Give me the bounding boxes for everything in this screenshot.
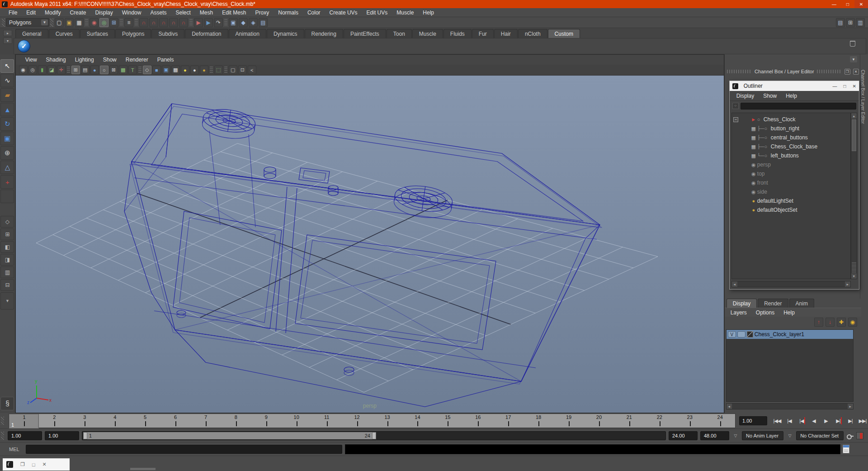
close-panel-icon[interactable]: ✕ [853, 69, 859, 75]
camera-attributes-icon[interactable]: ◎ [28, 66, 37, 74]
anim-layer-dropdown[interactable]: No Anim Layer [742, 431, 783, 440]
timeline-frame-9[interactable]: 9 [251, 414, 281, 428]
menu-edit-uvs[interactable]: Edit UVs [363, 9, 392, 17]
scale-tool[interactable]: ▣ [0, 132, 14, 145]
timeline-frame-17[interactable]: 17 [493, 414, 524, 428]
shelf-tab-general[interactable]: General [15, 29, 48, 38]
animation-preferences-icon[interactable] [856, 432, 863, 439]
menu-help[interactable]: Help [419, 9, 438, 17]
layer-tab-display[interactable]: Display [726, 299, 757, 308]
universal-manipulator-tool[interactable]: ⊕ [0, 146, 14, 160]
highlight-selection-icon[interactable]: ≡ [124, 18, 133, 27]
safe-title-icon[interactable]: T [128, 66, 137, 74]
timeline-frame-16[interactable]: 16 [463, 414, 493, 428]
bookmark-icon[interactable]: ▮ [38, 66, 47, 74]
menu-select[interactable]: Select [171, 9, 194, 17]
safe-action-icon[interactable]: ▩ [119, 66, 127, 74]
xray-joints-icon[interactable]: ⊡ [238, 66, 247, 74]
open-scene-icon[interactable]: ▣ [65, 18, 74, 27]
timeline-frame-11[interactable]: 11 [311, 414, 342, 428]
outliner-maximize-button[interactable]: □ [843, 84, 846, 89]
animation-start-field[interactable]: 1.00 [8, 431, 42, 440]
menu-edit[interactable]: Edit [22, 9, 40, 17]
menu-edit-mesh[interactable]: Edit Mesh [218, 9, 250, 17]
custom-toolbox-icon[interactable]: § [0, 397, 14, 410]
shared-node-icon[interactable]: < [248, 66, 256, 74]
outliner-close-button[interactable]: ✕ [852, 84, 856, 89]
select-by-object-icon[interactable]: ◎ [99, 18, 108, 27]
snap-to-curve-icon[interactable]: ∩ [149, 18, 158, 27]
checker-material-icon[interactable]: ▩ [171, 66, 180, 74]
scroll-right-icon[interactable]: ► [848, 404, 853, 409]
lighting-selected-icon[interactable]: ● [200, 66, 208, 74]
layer-name[interactable]: Chess_Clock_layer1 [755, 331, 804, 338]
layout-shortcut-dropdown[interactable]: ▼ [0, 292, 14, 309]
timeline-frame-22[interactable]: 22 [644, 414, 675, 428]
close-button[interactable]: ✕ [854, 0, 868, 8]
outliner-item-top[interactable]: top [757, 171, 765, 177]
textured-icon[interactable]: ▣ [162, 66, 170, 74]
grid-toggle-icon[interactable]: ⊞ [71, 66, 80, 74]
shelf-tab-ncloth[interactable]: nCloth [518, 29, 547, 38]
go-to-end-button[interactable]: ▶▶| [857, 416, 868, 426]
shelf-tab-painteffects[interactable]: PaintEffects [344, 29, 386, 38]
move-layer-up-icon[interactable]: ↑ [814, 318, 823, 327]
menu-modify[interactable]: Modify [41, 9, 65, 17]
timeline-frame-3[interactable]: 3 [70, 414, 100, 428]
shelf-tab-deformation[interactable]: Deformation [185, 29, 228, 38]
range-slider-grip[interactable] [1, 432, 4, 440]
lasso-select-tool[interactable]: ∿ [0, 74, 14, 87]
outliner-title-bar[interactable]: Outliner — □ ✕ [730, 81, 859, 91]
outliner-item-persp[interactable]: persp [757, 162, 771, 168]
select-by-hierarchy-icon[interactable]: ◉ [90, 18, 99, 27]
command-results-field[interactable] [345, 444, 840, 454]
smooth-shade-icon[interactable]: ■ [152, 66, 161, 74]
shelf-tab-custom[interactable]: Custom [548, 29, 580, 38]
input-connections-icon[interactable]: ▶ [194, 18, 203, 27]
scroll-up-icon[interactable]: ▲ [851, 113, 857, 119]
snap-to-plane-icon[interactable]: ∩ [169, 18, 178, 27]
output-connections-icon[interactable]: ▶ [204, 18, 213, 27]
menu-create-uvs[interactable]: Create UVs [326, 9, 362, 17]
rotate-tool[interactable]: ↻ [0, 117, 14, 131]
open-render-view-icon[interactable]: ▣ [229, 18, 238, 27]
step-forward-frame-button[interactable]: ▶| [833, 416, 844, 426]
timeline-frame-21[interactable]: 21 [614, 414, 644, 428]
outliner-item-side[interactable]: side [757, 189, 767, 195]
menu-normals[interactable]: Normals [274, 9, 302, 17]
timeline-frame-15[interactable]: 15 [433, 414, 463, 428]
timeline-frame-12[interactable]: 12 [342, 414, 372, 428]
menu-muscle[interactable]: Muscle [392, 9, 418, 17]
shelf-tab-muscle[interactable]: Muscle [412, 29, 443, 38]
layer-tab-anim[interactable]: Anim [789, 299, 814, 308]
trash-icon[interactable] [850, 41, 855, 47]
outliner-horizontal-scrollbar[interactable]: ◄ ► [731, 281, 851, 287]
outliner-item-chess-clock[interactable]: Chess_Clock [764, 116, 796, 123]
timeline-frame-23[interactable]: 23 [675, 414, 705, 428]
channel-box-toggle-icon[interactable]: ▥ [856, 18, 865, 27]
tool-settings-toggle-icon[interactable]: ⊞ [846, 18, 855, 27]
close-icon[interactable]: ✕ [42, 461, 47, 467]
attribute-editor-toggle-icon[interactable]: ▤ [836, 18, 845, 27]
timeline-frame-5[interactable]: 5 [130, 414, 160, 428]
chevron-down-icon[interactable]: ▽ [732, 432, 739, 439]
time-slider-grip[interactable] [1, 417, 4, 425]
shelf-tab-fur[interactable]: Fur [472, 29, 494, 38]
timeline-frame-14[interactable]: 14 [402, 414, 433, 428]
menu-color[interactable]: Color [303, 9, 325, 17]
shelf-tab-dynamics[interactable]: Dynamics [267, 29, 304, 38]
shelf-tab-toon[interactable]: Toon [387, 29, 412, 38]
range-slider-thumb[interactable]: 1 24 [83, 432, 376, 439]
mel-label[interactable]: MEL [9, 447, 19, 452]
shelf-tab-selector-button[interactable]: ▸ [3, 30, 12, 36]
restore-icon[interactable]: ❐ [20, 461, 25, 467]
selection-mode-dropdown[interactable]: Polygons ▼ [6, 18, 49, 27]
shelf-tab-hair[interactable]: Hair [494, 29, 518, 38]
timeline-frame-13[interactable]: 13 [372, 414, 402, 428]
outliner-item-button-right[interactable]: button_right [771, 125, 799, 132]
shelf-tab-subdivs[interactable]: Subdivs [151, 29, 184, 38]
step-back-frame-button[interactable]: |◀ [796, 416, 807, 426]
film-gate-icon[interactable]: ▤ [81, 66, 90, 74]
timeline-frame-19[interactable]: 19 [554, 414, 584, 428]
scrollbar-thumb[interactable] [852, 119, 856, 151]
